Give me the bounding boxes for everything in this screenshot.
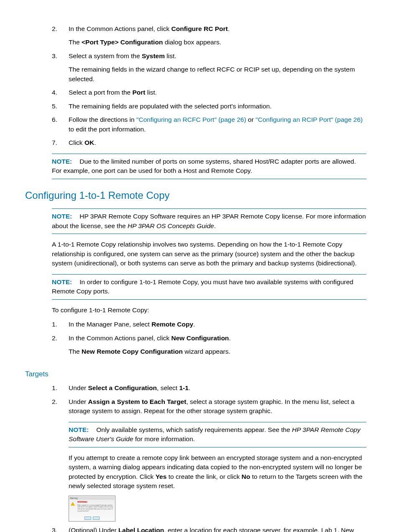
note-two-systems: NOTE:In order to configure 1-to-1 Remote… xyxy=(52,274,366,300)
note-available-systems: NOTE:Only available systems, which satis… xyxy=(69,422,366,447)
step-number: 2. xyxy=(52,334,57,343)
steps-configure-1to1: 1.In the Manager Pane, select Remote Cop… xyxy=(52,320,366,356)
warning-dialog-thumbnail: Warning WARNING Data copied to a non-enc… xyxy=(69,496,115,522)
step-number: 6. xyxy=(52,115,57,124)
step-line: Click OK. xyxy=(69,138,366,147)
list-item: 2.In the Common Actions panel, click New… xyxy=(52,334,366,357)
heading-targets: Targets xyxy=(25,369,366,380)
list-item: 5.The remaining fields are populated wit… xyxy=(52,102,366,111)
note-text: Only available systems, which satisfy re… xyxy=(69,426,361,442)
warning-icon xyxy=(71,502,75,506)
step-line: (Optional) Under Label Location, enter a… xyxy=(69,526,366,532)
step-line: Select a system from the System list. xyxy=(69,51,366,61)
step-number: 2. xyxy=(52,24,57,33)
list-item: 3.Select a system from the System list.T… xyxy=(52,51,366,84)
step-number: 3. xyxy=(52,51,57,61)
step-number: 7. xyxy=(52,138,57,147)
note-text: HP 3PAR Remote Copy Software requires an… xyxy=(52,213,366,229)
step-number: 1. xyxy=(52,383,57,393)
list-item: 2.Under Assign a System to Each Target, … xyxy=(52,397,366,416)
note-label: NOTE: xyxy=(52,278,72,285)
para-1to1-desc: A 1-to-1 Remote Copy relationship involv… xyxy=(52,240,366,268)
note-shared-ports: NOTE:Due to the limited number of ports … xyxy=(52,154,366,179)
note-text: Due to the limited number of ports on so… xyxy=(52,158,356,174)
step-line: Under Select a Configuration, select 1-1… xyxy=(69,383,366,393)
list-item: 6.Follow the directions in "Configuring … xyxy=(52,115,366,134)
link[interactable]: "Configuring an RCFC Port" (page 26) xyxy=(136,116,246,123)
list-item: 3.(Optional) Under Label Location, enter… xyxy=(52,526,366,532)
steps-targets: 1.Under Select a Configuration, select 1… xyxy=(52,383,366,416)
step-number: 3. xyxy=(52,526,57,532)
list-item: 4.Select a port from the Port list. xyxy=(52,88,366,97)
dialog-titlebar: Warning xyxy=(70,497,114,500)
steps-targets-continued: 3.(Optional) Under Label Location, enter… xyxy=(52,526,366,532)
note-label: NOTE: xyxy=(52,158,72,165)
step-line: The remaining fields are populated with … xyxy=(69,102,366,111)
steps-configure-rc-port: 2.In the Common Actions panel, click Con… xyxy=(52,24,366,148)
step-number: 4. xyxy=(52,88,57,97)
step-line: In the Common Actions panel, click New C… xyxy=(69,334,366,343)
para-encryption-warning: If you attempt to create a remote copy l… xyxy=(69,453,366,491)
list-item: 1.In the Manager Pane, select Remote Cop… xyxy=(52,320,366,329)
link[interactable]: "Configuring an RCIP Port" (page 26) xyxy=(256,116,363,123)
step-line: Select a port from the Port list. xyxy=(69,88,366,97)
note-label: NOTE: xyxy=(69,426,89,433)
list-item: 2.In the Common Actions panel, click Con… xyxy=(52,24,366,47)
step-line: Follow the directions in "Configuring an… xyxy=(69,115,366,134)
dialog-warn-label: WARNING xyxy=(77,501,114,504)
step-line: The New Remote Copy Configuration wizard… xyxy=(69,347,366,356)
dialog-yes-button[interactable] xyxy=(84,517,91,520)
heading-configuring-1to1: Configuring 1-to-1 Remote Copy xyxy=(25,188,366,203)
note-license: NOTE:HP 3PAR Remote Copy Software requir… xyxy=(52,208,366,234)
para-to-configure: To configure 1-to-1 Remote Copy: xyxy=(52,306,366,315)
list-item: 1.Under Select a Configuration, select 1… xyxy=(52,383,366,393)
dialog-body: Data copied to a non-encrypted storage s… xyxy=(77,504,114,512)
step-line: The <Port Type> Configuration dialog box… xyxy=(69,38,366,47)
step-line: The remaining fields in the wizard chang… xyxy=(69,65,366,84)
step-line: In the Manager Pane, select Remote Copy. xyxy=(69,320,366,329)
list-item: 7.Click OK. xyxy=(52,138,366,147)
step-line: In the Common Actions panel, click Confi… xyxy=(69,24,366,33)
step-number: 1. xyxy=(52,320,57,329)
note-text: In order to configure 1-to-1 Remote Copy… xyxy=(52,278,353,295)
step-number: 5. xyxy=(52,102,57,111)
note-label: NOTE: xyxy=(52,213,72,220)
dialog-no-button[interactable] xyxy=(93,517,100,520)
step-number: 2. xyxy=(52,397,57,406)
step-line: Under Assign a System to Each Target, se… xyxy=(69,397,366,416)
